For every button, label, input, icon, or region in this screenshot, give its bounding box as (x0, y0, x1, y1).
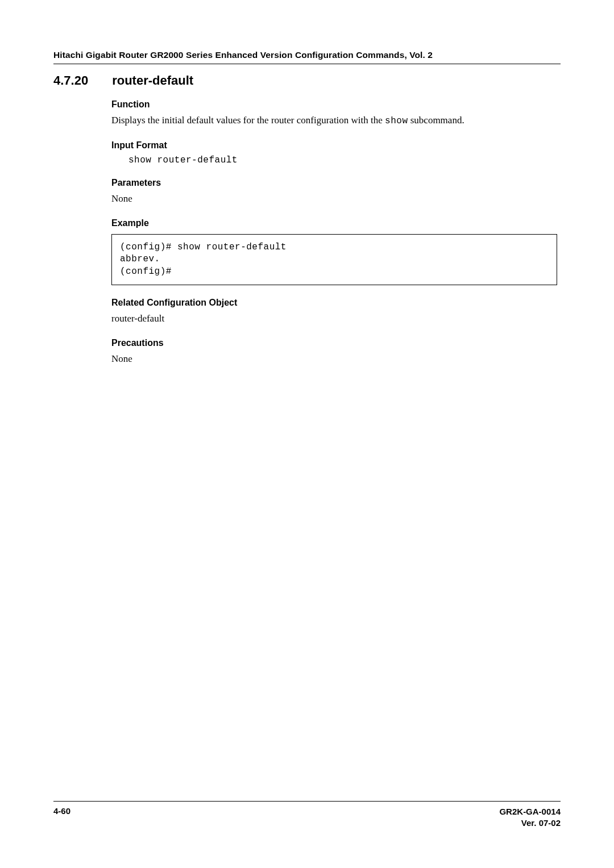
related-text: router-default (111, 312, 557, 326)
section-title: router-default (112, 73, 193, 88)
precautions-text: None (111, 353, 557, 366)
function-text: Displays the initial default values for … (111, 114, 557, 128)
section-number: 4.7.20 (53, 73, 88, 88)
footer-doc-id: GR2K-GA-0014 (499, 806, 561, 817)
subhead-related: Related Configuration Object (111, 298, 557, 308)
subhead-example: Example (111, 218, 557, 228)
page: Hitachi Gigabit Router GR2000 Series Enh… (0, 0, 614, 868)
input-format-code: show router-default (128, 155, 557, 165)
function-text-post: subcommand. (408, 115, 464, 126)
running-header: Hitachi Gigabit Router GR2000 Series Enh… (53, 50, 561, 64)
footer-doc-version: Ver. 07-02 (499, 817, 561, 829)
example-codeblock: (config)# show router-default abbrev. (c… (111, 234, 557, 286)
parameters-text: None (111, 193, 557, 206)
footer-doc-meta: GR2K-GA-0014 Ver. 07-02 (499, 806, 561, 828)
subhead-precautions: Precautions (111, 338, 557, 348)
function-text-mono: show (385, 116, 408, 126)
subhead-parameters: Parameters (111, 178, 557, 188)
function-text-pre: Displays the initial default values for … (111, 115, 385, 126)
subhead-function: Function (111, 99, 557, 110)
page-footer: 4-60 GR2K-GA-0014 Ver. 07-02 (53, 801, 561, 828)
content-column: Function Displays the initial default va… (111, 97, 557, 366)
footer-page-number: 4-60 (53, 806, 70, 828)
section-heading: 4.7.20 router-default (53, 73, 561, 88)
subhead-input-format: Input Format (111, 140, 557, 151)
